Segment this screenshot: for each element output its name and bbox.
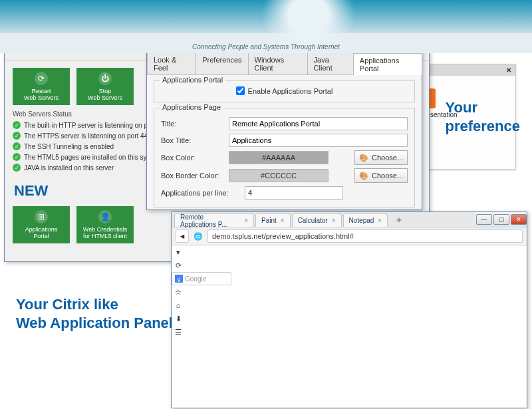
stop-icon: ⏻ (98, 72, 112, 85)
group-applications-page: Applications Page Title: Box Title: Box … (154, 108, 415, 207)
panel-close-icon[interactable]: ✕ (506, 67, 511, 74)
browser-tab[interactable]: Remote Applications P...× (174, 213, 254, 227)
home-icon[interactable]: ⌂ (172, 299, 185, 312)
callout-citrix: Your Citrix like Web Application Panel (16, 295, 173, 332)
group-applications-portal: Applications Portal Enable Applications … (154, 80, 415, 102)
tab-applications-portal[interactable]: Applications Portal (353, 53, 422, 75)
back-button[interactable]: ◄ (176, 229, 189, 243)
box-color-swatch: #AAAAAA (229, 151, 329, 164)
web-credentials-tile[interactable]: 👤 Web Credentials for HTML5 client (76, 206, 134, 243)
tab-windows-client[interactable]: Windows Client (248, 53, 308, 74)
browser-tab[interactable]: Paint× (255, 213, 291, 227)
choose-border-color-button[interactable]: 🎨Choose... (354, 168, 408, 183)
restart-webservers-tile[interactable]: ⟳ Restart Web Servers (13, 68, 70, 105)
ok-icon: ✓ (13, 142, 21, 150)
banner-caption: Connecting People and Systems Through In… (0, 43, 532, 51)
browser-tab[interactable]: Notepad× (343, 213, 388, 227)
box-border-color-label: Box Border Color: (161, 172, 225, 180)
box-title-label: Box Title: (161, 136, 225, 144)
ok-icon: ✓ (13, 121, 21, 129)
tab-close-icon[interactable]: × (244, 217, 248, 224)
minimize-button[interactable]: — (476, 214, 492, 225)
stop-webservers-tile[interactable]: ⏻ Stop Web Servers (76, 68, 134, 105)
download-icon[interactable]: ⬇ (172, 312, 185, 325)
title-input[interactable] (229, 117, 408, 130)
close-button[interactable]: ✕ (511, 214, 527, 225)
tab-close-icon[interactable]: × (281, 217, 285, 224)
tab-look-feel[interactable]: Look & Feel (147, 53, 196, 74)
search-field[interactable]: gGoogle (172, 272, 231, 285)
tab-preferences[interactable]: Preferences (196, 53, 248, 74)
menu-icon[interactable]: ☰ (172, 325, 185, 339)
tab-java-client[interactable]: Java Client (307, 53, 354, 74)
browser-window: Remote Applications P...× Paint× Calcula… (171, 211, 527, 408)
applications-portal-tile[interactable]: ⊞ Applications Portal (13, 206, 70, 243)
grid-icon: ⊞ (35, 210, 48, 223)
ok-icon: ✓ (13, 153, 21, 161)
ok-icon: ✓ (13, 132, 21, 140)
new-tab-button[interactable]: ＋ (389, 213, 409, 227)
browser-tab[interactable]: Calculator× (292, 213, 342, 227)
globe-icon: 🌐 (192, 229, 205, 243)
url-bar: ◄ 🌐 demo.tsplus.net/preview_applications… (172, 227, 527, 245)
box-title-input[interactable] (229, 134, 408, 147)
enable-portal-label: Enable Applications Portal (248, 87, 333, 95)
toolkit-tabs: Look & Feel Preferences Windows Client J… (147, 53, 422, 75)
box-border-swatch: #CCCCCC (229, 169, 329, 182)
enable-portal-checkbox[interactable] (236, 86, 245, 95)
browser-tabbar: Remote Applications P...× Paint× Calcula… (172, 212, 475, 227)
star-icon[interactable]: ☆ (172, 285, 185, 299)
box-color-label: Box Color: (161, 154, 225, 162)
palette-icon: 🎨 (359, 154, 368, 162)
callout-preference: Your preference (445, 98, 520, 135)
tab-close-icon[interactable]: × (378, 217, 382, 224)
dropdown-icon[interactable]: ▾ (172, 245, 185, 259)
google-icon: g (175, 275, 183, 283)
title-label: Title: (161, 120, 225, 128)
palette-icon: 🎨 (359, 172, 368, 180)
ok-icon: ✓ (13, 164, 21, 172)
webmaster-toolkit-window: 🧰 Webmaster_Toolkit — ▢ ✕ Look & Feel Pr… (146, 37, 422, 210)
browser-titlebar[interactable]: Remote Applications P...× Paint× Calcula… (172, 212, 527, 227)
choose-box-color-button[interactable]: 🎨Choose... (354, 150, 408, 165)
reload-button[interactable]: ⟳ (172, 259, 185, 272)
page-banner: Connecting People and Systems Through In… (0, 0, 532, 53)
tab-close-icon[interactable]: × (332, 217, 336, 224)
address-field[interactable]: demo.tsplus.net/preview_applications.htm… (207, 229, 523, 243)
restart-icon: ⟳ (35, 72, 48, 85)
maximize-button[interactable]: ▢ (493, 214, 509, 225)
user-icon: 👤 (98, 210, 112, 223)
apps-per-line-input[interactable] (245, 186, 343, 200)
apps-per-line-label: Applications per line: (161, 189, 241, 197)
